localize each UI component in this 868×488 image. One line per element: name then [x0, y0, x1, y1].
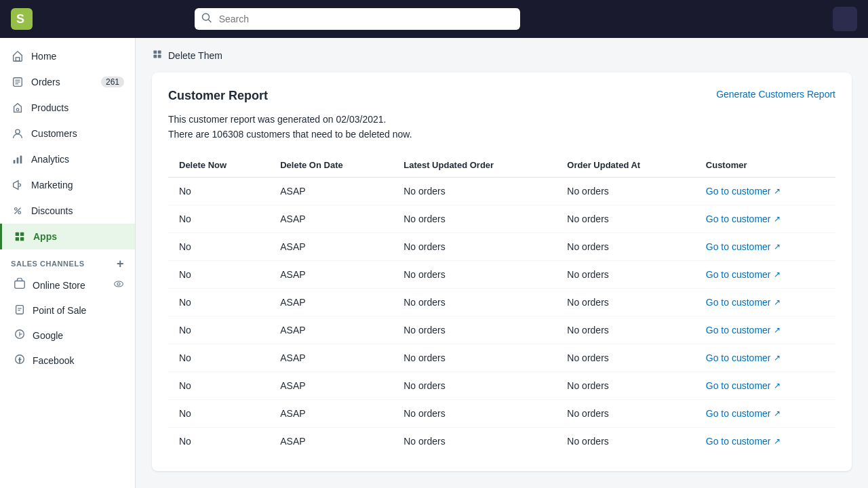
cell-customer-4: Go to customer ↗ [695, 289, 835, 317]
customer-report-card: Customer Report Generate Customers Repor… [152, 73, 852, 471]
external-link-icon: ↗ [774, 353, 781, 363]
col-customer: Customer [695, 153, 835, 178]
analytics-icon [11, 152, 24, 166]
cell-delete-now-0: No [168, 178, 269, 205]
sidebar-item-customers[interactable]: Customers [0, 121, 135, 146]
table-row: No ASAP No orders No orders Go to custom… [168, 289, 835, 317]
search-bar[interactable] [195, 8, 520, 30]
add-sales-channel-icon[interactable]: + [117, 258, 124, 270]
main-content: Delete Them Customer Report Generate Cus… [136, 38, 868, 488]
cell-delete-now-3: No [168, 261, 269, 289]
sidebar-item-google-label: Google [33, 330, 63, 341]
search-icon [201, 13, 212, 26]
svg-point-14 [15, 208, 18, 211]
col-latest-updated-order: Latest Updated Order [393, 153, 556, 178]
cell-order-updated-at-5: No orders [556, 317, 694, 344]
cell-latest-order-7: No orders [393, 372, 556, 400]
go-to-customer-link-2[interactable]: Go to customer ↗ [706, 241, 825, 252]
sidebar-item-analytics-label: Analytics [31, 154, 69, 165]
sidebar-item-analytics[interactable]: Analytics [0, 146, 135, 172]
cell-order-updated-at-6: No orders [556, 344, 694, 372]
cell-delete-now-8: No [168, 400, 269, 428]
go-to-customer-link-9[interactable]: Go to customer ↗ [706, 436, 825, 447]
go-to-customer-link-4[interactable]: Go to customer ↗ [706, 297, 825, 308]
svg-point-9 [16, 108, 19, 111]
go-to-customer-link-3[interactable]: Go to customer ↗ [706, 269, 825, 280]
shopify-logo: S [11, 8, 33, 30]
sidebar-item-point-of-sale[interactable]: Point of Sale [0, 298, 135, 323]
sidebar-item-google[interactable]: Google [0, 323, 135, 348]
svg-rect-21 [15, 281, 24, 289]
svg-rect-20 [20, 237, 24, 241]
sidebar-item-online-store[interactable]: Online Store [0, 272, 135, 298]
card-header: Customer Report Generate Customers Repor… [168, 89, 835, 103]
search-input[interactable] [195, 8, 520, 30]
sidebar-item-products[interactable]: Products [0, 95, 135, 121]
online-store-eye-icon[interactable] [113, 279, 124, 291]
cell-delete-on-date-7: ASAP [269, 372, 393, 400]
table-row: No ASAP No orders No orders Go to custom… [168, 372, 835, 400]
table-row: No ASAP No orders No orders Go to custom… [168, 261, 835, 289]
go-to-customer-link-5[interactable]: Go to customer ↗ [706, 325, 825, 336]
cell-delete-on-date-2: ASAP [269, 233, 393, 261]
cell-delete-now-7: No [168, 372, 269, 400]
cell-order-updated-at-3: No orders [556, 261, 694, 289]
cell-customer-0: Go to customer ↗ [695, 178, 835, 205]
cell-order-updated-at-2: No orders [556, 233, 694, 261]
cell-order-updated-at-7: No orders [556, 372, 694, 400]
sidebar-item-home[interactable]: Home [0, 43, 135, 69]
table-row: No ASAP No orders No orders Go to custom… [168, 233, 835, 261]
cell-delete-now-4: No [168, 289, 269, 317]
svg-rect-19 [16, 237, 19, 241]
topbar: S [0, 0, 868, 38]
cell-delete-on-date-6: ASAP [269, 344, 393, 372]
sidebar-item-discounts[interactable]: Discounts [0, 198, 135, 224]
cell-order-updated-at-4: No orders [556, 289, 694, 317]
sidebar-item-customers-label: Customers [31, 128, 77, 139]
report-subdescription: There are 106308 customers that need to … [168, 129, 835, 140]
cell-delete-on-date-5: ASAP [269, 317, 393, 344]
svg-rect-18 [20, 232, 24, 236]
cell-latest-order-2: No orders [393, 233, 556, 261]
svg-rect-13 [20, 156, 22, 164]
svg-rect-11 [14, 160, 16, 163]
go-to-customer-link-8[interactable]: Go to customer ↗ [706, 408, 825, 419]
external-link-icon: ↗ [774, 381, 781, 390]
cell-latest-order-5: No orders [393, 317, 556, 344]
sidebar-item-apps-label: Apps [33, 231, 57, 242]
external-link-icon: ↗ [774, 298, 781, 307]
cell-order-updated-at-8: No orders [556, 400, 694, 428]
discounts-icon [11, 204, 24, 218]
cell-latest-order-3: No orders [393, 261, 556, 289]
orders-icon [11, 75, 24, 89]
table-header: Delete Now Delete On Date Latest Updated… [168, 153, 835, 178]
generate-report-button[interactable]: Generate Customers Report [716, 89, 835, 100]
sidebar-item-home-label: Home [31, 51, 56, 62]
topbar-right-actions [833, 7, 857, 31]
svg-point-15 [18, 211, 21, 214]
breadcrumb-icon [152, 49, 163, 62]
sidebar-item-marketing[interactable]: Marketing [0, 172, 135, 198]
sidebar-item-facebook[interactable]: Facebook [0, 348, 135, 373]
sidebar-item-apps[interactable]: Apps [0, 224, 135, 249]
google-icon [14, 328, 26, 342]
table-row: No ASAP No orders No orders Go to custom… [168, 317, 835, 344]
svg-point-22 [115, 281, 123, 287]
cell-customer-1: Go to customer ↗ [695, 205, 835, 233]
external-link-icon: ↗ [774, 214, 781, 224]
report-table: Delete Now Delete On Date Latest Updated… [168, 153, 835, 455]
go-to-customer-link-7[interactable]: Go to customer ↗ [706, 380, 825, 391]
cell-delete-on-date-9: ASAP [269, 428, 393, 455]
sidebar-item-orders[interactable]: Orders 261 [0, 69, 135, 95]
table-row: No ASAP No orders No orders Go to custom… [168, 428, 835, 455]
svg-rect-30 [158, 50, 161, 54]
table-row: No ASAP No orders No orders Go to custom… [168, 344, 835, 372]
go-to-customer-link-6[interactable]: Go to customer ↗ [706, 352, 825, 363]
sidebar-item-online-store-label: Online Store [33, 280, 85, 291]
home-icon [11, 49, 24, 63]
cell-customer-9: Go to customer ↗ [695, 428, 835, 455]
go-to-customer-link-0[interactable]: Go to customer ↗ [706, 186, 825, 197]
breadcrumb-label: Delete Them [168, 50, 222, 61]
sidebar-item-marketing-label: Marketing [31, 180, 73, 190]
go-to-customer-link-1[interactable]: Go to customer ↗ [706, 214, 825, 224]
